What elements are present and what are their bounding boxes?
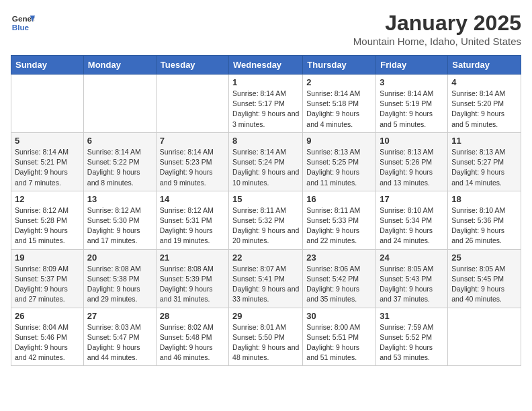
day-info: Sunrise: 8:02 AM Sunset: 5:48 PM Dayligh…: [160, 322, 225, 363]
day-number: 8: [232, 136, 299, 146]
day-number: 30: [306, 311, 372, 321]
page-header: General Blue January 2025 Mountain Home,…: [11, 11, 521, 47]
weekday-header-cell: Saturday: [448, 56, 521, 75]
calendar-body: 1Sunrise: 8:14 AM Sunset: 5:17 PM Daylig…: [11, 75, 521, 366]
day-info: Sunrise: 8:14 AM Sunset: 5:20 PM Dayligh…: [451, 89, 517, 130]
title-block: January 2025 Mountain Home, Idaho, Unite…: [353, 11, 521, 47]
day-info: Sunrise: 8:09 AM Sunset: 5:37 PM Dayligh…: [15, 264, 80, 305]
day-info: Sunrise: 8:13 AM Sunset: 5:27 PM Dayligh…: [451, 147, 517, 188]
weekday-header-cell: Thursday: [303, 56, 376, 75]
calendar-cell: 17Sunrise: 8:10 AM Sunset: 5:34 PM Dayli…: [376, 191, 448, 249]
calendar-cell: 13Sunrise: 8:12 AM Sunset: 5:30 PM Dayli…: [83, 191, 156, 249]
calendar-cell: [448, 308, 521, 366]
day-number: 14: [160, 194, 225, 204]
day-info: Sunrise: 8:13 AM Sunset: 5:25 PM Dayligh…: [306, 147, 372, 188]
calendar-cell: 22Sunrise: 8:07 AM Sunset: 5:41 PM Dayli…: [229, 249, 303, 308]
day-info: Sunrise: 8:12 AM Sunset: 5:30 PM Dayligh…: [87, 205, 152, 246]
day-info: Sunrise: 8:08 AM Sunset: 5:39 PM Dayligh…: [160, 264, 225, 305]
day-info: Sunrise: 8:14 AM Sunset: 5:24 PM Dayligh…: [232, 147, 299, 188]
day-number: 1: [232, 77, 299, 87]
day-number: 5: [15, 136, 80, 146]
calendar-cell: 2Sunrise: 8:14 AM Sunset: 5:18 PM Daylig…: [303, 75, 376, 133]
day-info: Sunrise: 8:10 AM Sunset: 5:34 PM Dayligh…: [380, 205, 444, 246]
day-number: 23: [306, 253, 372, 263]
day-info: Sunrise: 8:11 AM Sunset: 5:33 PM Dayligh…: [306, 205, 372, 246]
calendar-cell: 24Sunrise: 8:05 AM Sunset: 5:43 PM Dayli…: [376, 249, 448, 308]
logo-icon: General Blue: [11, 11, 35, 35]
calendar-cell: 18Sunrise: 8:10 AM Sunset: 5:36 PM Dayli…: [448, 191, 521, 249]
day-number: 17: [380, 194, 444, 204]
svg-text:Blue: Blue: [12, 23, 30, 32]
day-number: 13: [87, 194, 152, 204]
day-number: 21: [160, 253, 225, 263]
day-number: 29: [232, 311, 299, 321]
day-number: 10: [380, 136, 444, 146]
location: Mountain Home, Idaho, United States: [353, 36, 521, 47]
logo: General Blue: [11, 11, 35, 35]
calendar-cell: 6Sunrise: 8:14 AM Sunset: 5:22 PM Daylig…: [83, 132, 156, 191]
calendar-cell: 8Sunrise: 8:14 AM Sunset: 5:24 PM Daylig…: [229, 132, 303, 191]
calendar-cell: 15Sunrise: 8:11 AM Sunset: 5:32 PM Dayli…: [229, 191, 303, 249]
day-number: 16: [306, 194, 372, 204]
calendar-cell: 16Sunrise: 8:11 AM Sunset: 5:33 PM Dayli…: [303, 191, 376, 249]
day-number: 2: [306, 77, 372, 87]
day-info: Sunrise: 8:14 AM Sunset: 5:23 PM Dayligh…: [160, 147, 225, 188]
calendar-week-row: 1Sunrise: 8:14 AM Sunset: 5:17 PM Daylig…: [11, 75, 521, 133]
day-info: Sunrise: 8:14 AM Sunset: 5:21 PM Dayligh…: [15, 147, 80, 188]
day-info: Sunrise: 8:12 AM Sunset: 5:31 PM Dayligh…: [160, 205, 225, 246]
month-title: January 2025: [353, 11, 521, 36]
calendar-week-row: 12Sunrise: 8:12 AM Sunset: 5:28 PM Dayli…: [11, 191, 521, 249]
calendar-week-row: 19Sunrise: 8:09 AM Sunset: 5:37 PM Dayli…: [11, 249, 521, 308]
day-info: Sunrise: 8:05 AM Sunset: 5:45 PM Dayligh…: [451, 264, 517, 305]
day-info: Sunrise: 8:11 AM Sunset: 5:32 PM Dayligh…: [232, 205, 299, 246]
calendar-cell: 4Sunrise: 8:14 AM Sunset: 5:20 PM Daylig…: [448, 75, 521, 133]
day-number: 20: [87, 253, 152, 263]
calendar-cell: 31Sunrise: 7:59 AM Sunset: 5:52 PM Dayli…: [376, 308, 448, 366]
day-number: 11: [451, 136, 517, 146]
calendar-cell: 9Sunrise: 8:13 AM Sunset: 5:25 PM Daylig…: [303, 132, 376, 191]
day-number: 15: [232, 194, 299, 204]
weekday-header-cell: Tuesday: [156, 56, 228, 75]
day-info: Sunrise: 8:14 AM Sunset: 5:22 PM Dayligh…: [87, 147, 152, 188]
day-number: 25: [451, 253, 517, 263]
calendar-cell: 1Sunrise: 8:14 AM Sunset: 5:17 PM Daylig…: [229, 75, 303, 133]
day-info: Sunrise: 8:05 AM Sunset: 5:43 PM Dayligh…: [380, 264, 444, 305]
calendar-cell: 5Sunrise: 8:14 AM Sunset: 5:21 PM Daylig…: [11, 132, 84, 191]
day-info: Sunrise: 8:03 AM Sunset: 5:47 PM Dayligh…: [87, 322, 152, 363]
calendar-cell: 11Sunrise: 8:13 AM Sunset: 5:27 PM Dayli…: [448, 132, 521, 191]
day-info: Sunrise: 8:12 AM Sunset: 5:28 PM Dayligh…: [15, 205, 80, 246]
day-number: 24: [380, 253, 444, 263]
day-info: Sunrise: 7:59 AM Sunset: 5:52 PM Dayligh…: [380, 322, 444, 363]
calendar-week-row: 5Sunrise: 8:14 AM Sunset: 5:21 PM Daylig…: [11, 132, 521, 191]
calendar-cell: 20Sunrise: 8:08 AM Sunset: 5:38 PM Dayli…: [83, 249, 156, 308]
day-info: Sunrise: 8:04 AM Sunset: 5:46 PM Dayligh…: [15, 322, 80, 363]
day-info: Sunrise: 8:13 AM Sunset: 5:26 PM Dayligh…: [380, 147, 444, 188]
day-number: 26: [15, 311, 80, 321]
calendar-cell: 27Sunrise: 8:03 AM Sunset: 5:47 PM Dayli…: [83, 308, 156, 366]
calendar-cell: 3Sunrise: 8:14 AM Sunset: 5:19 PM Daylig…: [376, 75, 448, 133]
calendar-cell: 30Sunrise: 8:00 AM Sunset: 5:51 PM Dayli…: [303, 308, 376, 366]
calendar-cell: 25Sunrise: 8:05 AM Sunset: 5:45 PM Dayli…: [448, 249, 521, 308]
day-info: Sunrise: 8:08 AM Sunset: 5:38 PM Dayligh…: [87, 264, 152, 305]
calendar-cell: 21Sunrise: 8:08 AM Sunset: 5:39 PM Dayli…: [156, 249, 228, 308]
day-info: Sunrise: 8:07 AM Sunset: 5:41 PM Dayligh…: [232, 264, 299, 305]
weekday-header-cell: Monday: [83, 56, 156, 75]
calendar-cell: 19Sunrise: 8:09 AM Sunset: 5:37 PM Dayli…: [11, 249, 84, 308]
calendar-cell: 29Sunrise: 8:01 AM Sunset: 5:50 PM Dayli…: [229, 308, 303, 366]
day-number: 18: [451, 194, 517, 204]
calendar-cell: [11, 75, 84, 133]
day-info: Sunrise: 8:14 AM Sunset: 5:17 PM Dayligh…: [232, 89, 299, 130]
calendar-cell: 28Sunrise: 8:02 AM Sunset: 5:48 PM Dayli…: [156, 308, 228, 366]
day-number: 19: [15, 253, 80, 263]
day-number: 27: [87, 311, 152, 321]
calendar-cell: 26Sunrise: 8:04 AM Sunset: 5:46 PM Dayli…: [11, 308, 84, 366]
calendar-cell: 14Sunrise: 8:12 AM Sunset: 5:31 PM Dayli…: [156, 191, 228, 249]
day-number: 4: [451, 77, 517, 87]
calendar-cell: 12Sunrise: 8:12 AM Sunset: 5:28 PM Dayli…: [11, 191, 84, 249]
calendar-cell: [156, 75, 228, 133]
day-info: Sunrise: 8:10 AM Sunset: 5:36 PM Dayligh…: [451, 205, 517, 246]
day-info: Sunrise: 8:00 AM Sunset: 5:51 PM Dayligh…: [306, 322, 372, 363]
day-number: 12: [15, 194, 80, 204]
day-info: Sunrise: 8:06 AM Sunset: 5:42 PM Dayligh…: [306, 264, 372, 305]
day-info: Sunrise: 8:01 AM Sunset: 5:50 PM Dayligh…: [232, 322, 299, 363]
